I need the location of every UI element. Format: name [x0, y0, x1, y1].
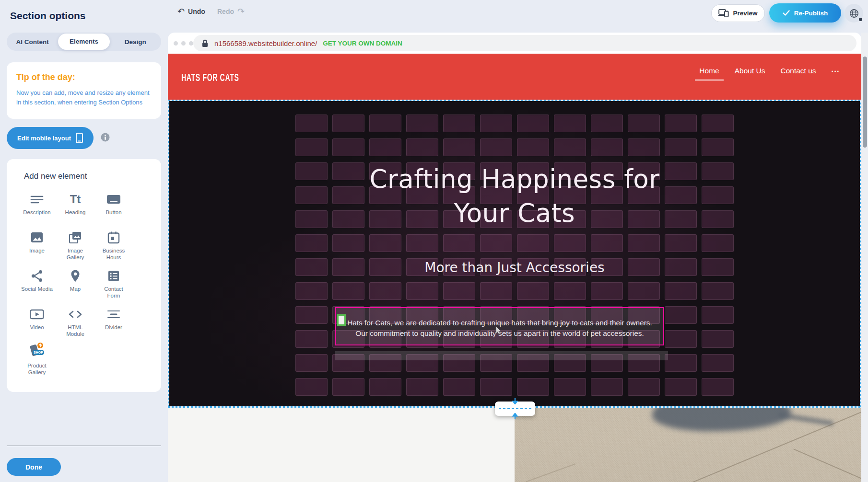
preview-button[interactable]: Preview — [711, 4, 765, 22]
mouse-cursor — [495, 326, 502, 335]
hero-subheading[interactable]: More than Just Accessories — [168, 260, 861, 275]
product-gallery-icon: SHOP — [27, 343, 47, 359]
photo-shadow — [652, 407, 791, 431]
browser-dots — [174, 41, 193, 46]
hero-section[interactable]: Crafting Happiness forYour Cats More tha… — [168, 101, 861, 407]
element-divider[interactable]: Divider — [94, 305, 133, 343]
republish-button[interactable]: Re-Publish — [769, 3, 841, 23]
site-header: HATS FOR CATS Home About Us Contact us .… — [168, 54, 861, 101]
phone-icon — [76, 133, 83, 143]
divider-icon — [107, 305, 120, 321]
nav-more-button[interactable]: ... — [830, 65, 841, 79]
element-button[interactable]: Button — [94, 190, 133, 228]
element-business-hours[interactable]: Business Hours — [94, 228, 133, 266]
resize-ghost — [335, 351, 668, 360]
image-icon — [30, 228, 44, 244]
devices-icon — [718, 9, 729, 17]
element-image[interactable]: Image — [18, 228, 56, 266]
nav-home[interactable]: Home — [698, 67, 720, 80]
element-product-gallery[interactable]: SHOP Product Gallery — [18, 343, 56, 381]
next-section-blank — [168, 407, 515, 482]
resize-handle[interactable] — [337, 314, 346, 326]
done-button[interactable]: Done — [7, 458, 61, 476]
republish-label: Re-Publish — [794, 10, 828, 17]
tip-body: Now you can add, move and resize any ele… — [16, 88, 153, 107]
site-logo[interactable]: HATS FOR CATS — [181, 71, 239, 84]
business-hours-icon — [107, 228, 120, 244]
panel-title: Section options — [10, 10, 86, 22]
edit-mobile-layout-button[interactable]: Edit mobile layout — [7, 127, 94, 149]
edit-mobile-label: Edit mobile layout — [17, 135, 71, 142]
next-section-photo — [515, 407, 861, 482]
language-globe-button[interactable] — [845, 4, 863, 23]
social-media-icon — [30, 266, 44, 283]
contact-form-icon — [107, 266, 120, 283]
nav-contact[interactable]: Contact us — [779, 67, 817, 80]
undo-button[interactable]: ↶ Undo — [177, 7, 205, 16]
element-video[interactable]: Video — [18, 305, 56, 343]
html-module-icon — [68, 305, 82, 321]
nav-about[interactable]: About Us — [733, 67, 767, 80]
redo-label: Redo — [217, 8, 234, 15]
tab-elements[interactable]: Elements — [58, 34, 109, 50]
description-icon — [30, 190, 44, 206]
tab-ai-content[interactable]: AI Content — [7, 38, 58, 46]
nav-home-underline — [695, 80, 723, 81]
heading-icon: Tt — [70, 190, 81, 206]
add-element-panel: Add new element Description Tt Heading B… — [7, 159, 161, 392]
element-social-media[interactable]: Social Media — [18, 266, 56, 305]
redo-icon: ↷ — [237, 7, 245, 16]
arrow-down-icon — [512, 398, 518, 404]
undo-label: Undo — [188, 8, 205, 15]
section-resize-handle[interactable] — [495, 402, 535, 416]
globe-status-dot — [859, 18, 862, 21]
element-heading[interactable]: Tt Heading — [56, 190, 94, 228]
element-contact-form[interactable]: Contact Form — [94, 266, 133, 305]
check-icon — [783, 10, 790, 16]
element-html-module[interactable]: HTML Module — [56, 305, 94, 343]
globe-icon — [849, 8, 859, 19]
element-map[interactable]: Map — [56, 266, 94, 305]
preview-label: Preview — [733, 10, 757, 17]
sidebar-divider — [7, 446, 161, 446]
tip-card: Tip of the day: Now you can add, move an… — [7, 62, 161, 119]
preview-scrollbar[interactable] — [861, 33, 868, 482]
hero-heading[interactable]: Crafting Happiness forYour Cats — [168, 162, 861, 230]
panel-tabs: AI Content Elements Design — [7, 33, 161, 51]
scrollbar-thumb[interactable] — [863, 57, 867, 148]
divider-dash-line — [499, 408, 531, 409]
button-icon — [106, 190, 121, 206]
selection-border-right — [860, 101, 861, 407]
browser-chrome: n1566589.websitebuilder.online/ GET YOUR… — [168, 33, 861, 54]
lock-icon — [201, 39, 209, 47]
undo-icon: ↶ — [177, 7, 185, 16]
element-image-gallery[interactable]: Image Gallery — [56, 228, 94, 266]
info-icon[interactable] — [101, 133, 110, 142]
image-gallery-icon — [69, 228, 82, 244]
tab-design[interactable]: Design — [110, 38, 161, 46]
selection-border-top — [168, 100, 861, 101]
get-domain-link[interactable]: GET YOUR OWN DOMAIN — [323, 40, 402, 47]
tip-title: Tip of the day: — [16, 72, 152, 82]
site-preview: HATS FOR CATS Home About Us Contact us .… — [168, 54, 861, 482]
add-element-title: Add new element — [24, 172, 87, 181]
site-nav: Home About Us Contact us ... — [698, 67, 841, 80]
selection-border-left — [168, 101, 169, 407]
url-bar[interactable]: n1566589.websitebuilder.online/ GET YOUR… — [193, 35, 856, 51]
video-icon — [30, 305, 44, 321]
element-description[interactable]: Description — [18, 190, 56, 228]
element-palette: Description Tt Heading Button Image Imag… — [18, 190, 133, 381]
map-icon — [69, 266, 82, 283]
site-url: n1566589.websitebuilder.online/ — [214, 39, 317, 47]
redo-button[interactable]: Redo ↷ — [217, 7, 245, 16]
svg-text:SHOP: SHOP — [34, 351, 43, 354]
arrow-up-icon — [512, 413, 518, 420]
